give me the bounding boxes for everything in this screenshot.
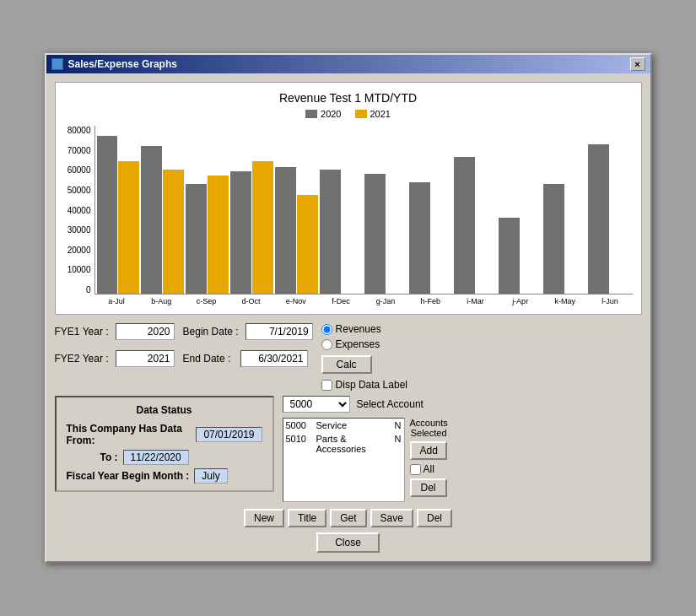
y-axis-label: 30000 [67,225,91,235]
bar-gray [230,171,251,294]
company-from-value: 07/01/2019 [196,427,262,442]
bar-gray [97,136,118,294]
acct-right-col: AccountsSelected Add All Del [410,418,448,497]
end-date-row: End Date : [183,350,313,367]
bar-group [275,167,318,294]
acct-controls: 5000ServiceN5010Parts & AccessoriesN Acc… [283,418,448,502]
bar-group [454,157,497,294]
fiscal-label: Fiscal Year Begin Month : [67,470,190,482]
x-axis-label: i-Mar [453,297,498,305]
fiscal-value: July [194,468,227,484]
begin-date-row: Begin Date : [183,323,313,340]
main-window: Sales/Expense Graphs × Revenue Test 1 MT… [45,53,652,563]
all-checkbox[interactable] [410,464,421,475]
x-axis-label: c-Sep [184,297,229,305]
bar-group [97,136,140,294]
middle-section: Data Status This Company Has Data From: … [55,396,642,502]
y-axis-label: 0 [86,285,91,294]
end-date-input[interactable] [240,350,308,367]
legend-label-2020: 2020 [321,109,341,119]
select-account-label: Select Account [357,398,424,410]
account-list-item[interactable]: 5000ServiceN [283,419,404,432]
fiscal-row: Fiscal Year Begin Month : July [67,468,262,484]
title-bar: Sales/Expense Graphs × [46,55,650,73]
x-axis-label: j-Apr [498,297,542,305]
fye2-input[interactable] [116,350,175,367]
company-from-row: This Company Has Data From: 07/01/2019 [67,423,262,446]
y-axis-label: 70000 [67,146,91,155]
chart-area: 8000070000600005000040000300002000010000… [64,126,633,305]
window-title: Sales/Expense Graphs [68,58,177,70]
y-axis-label: 20000 [67,246,91,255]
bar-gray [543,184,564,294]
del-button[interactable]: Del [417,509,452,527]
save-button[interactable]: Save [370,509,413,527]
window-close-button[interactable]: × [630,57,645,71]
bar-group [588,144,631,294]
fye1-row: FYE1 Year : [55,323,175,340]
bar-gray [454,157,475,294]
title-button[interactable]: Title [288,509,326,527]
x-axis-label: a-Jul [94,297,139,305]
close-button[interactable]: Close [316,532,380,553]
expenses-label: Expenses [336,338,380,350]
y-axis-label: 50000 [67,186,91,195]
bar-gray [499,218,520,294]
account-list-item[interactable]: 5010Parts & AccessoriesN [283,432,404,456]
legend-label-2021: 2021 [370,109,391,119]
x-axis-label: b-Aug [139,297,184,305]
calc-button[interactable]: Calc [321,355,372,374]
fye1-label: FYE1 Year : [55,326,109,338]
bar-group [364,174,407,294]
window-content: Revenue Test 1 MTD/YTD 2020 2021 8000070… [46,73,650,561]
new-button[interactable]: New [244,509,284,527]
bar-gray [320,170,341,294]
all-label: All [424,463,434,475]
bottom-buttons: New Title Get Save Del [55,509,642,527]
bar-gold [208,176,229,294]
account-dropdown[interactable]: 5000 [283,396,350,413]
bar-gray [364,174,386,294]
bar-gold [163,170,184,294]
bar-group [320,170,363,294]
fye2-label: FYE2 Year : [55,353,109,365]
add-button[interactable]: Add [410,441,447,460]
begin-date-input[interactable] [245,323,313,340]
bar-gray [141,146,162,294]
legend-item-2021: 2021 [355,109,391,119]
disp-data-label-text: Disp Data Label [336,379,407,391]
y-axis-label: 40000 [67,206,91,215]
bar-group [543,184,586,294]
x-axis-label: g-Jan [364,297,408,305]
close-btn-row: Close [55,532,642,553]
get-button[interactable]: Get [330,509,366,527]
expenses-radio[interactable] [321,339,332,350]
radio-calc-col: Revenues Expenses Calc Disp Data Label [321,323,407,391]
y-axis-label: 10000 [67,265,91,274]
revenues-radio-item: Revenues [321,323,407,335]
del-acct-button[interactable]: Del [410,478,447,497]
bar-gray [186,184,207,294]
bar-gray [275,167,296,294]
fye1-input[interactable] [116,323,175,340]
y-axis-label: 60000 [67,165,91,175]
expenses-radio-item: Expenses [321,338,407,350]
accounts-list[interactable]: 5000ServiceN5010Parts & AccessoriesN [283,418,405,502]
revenues-radio[interactable] [321,324,332,335]
begin-date-label: Begin Date : [183,326,239,338]
legend-item-2020: 2020 [305,109,341,119]
to-row: To : 11/22/2020 [67,450,262,465]
to-value: 11/22/2020 [123,450,189,465]
chart-title: Revenue Test 1 MTD/YTD [64,91,633,105]
chart-legend: 2020 2021 [64,109,633,119]
account-dropdown-row: 5000 Select Account [283,396,448,413]
bar-group [141,146,184,294]
bar-group [186,176,229,294]
revenues-label: Revenues [336,323,381,335]
legend-box-2021 [355,110,367,118]
x-labels: a-Julb-Augc-Sepd-Octe-Novf-Decg-Janh-Feb… [94,294,633,305]
fye-fields: FYE1 Year : FYE2 Year : [55,323,175,372]
bar-gold [297,195,318,294]
date-fields: Begin Date : End Date : [183,323,313,372]
disp-data-label-checkbox[interactable] [321,380,332,391]
